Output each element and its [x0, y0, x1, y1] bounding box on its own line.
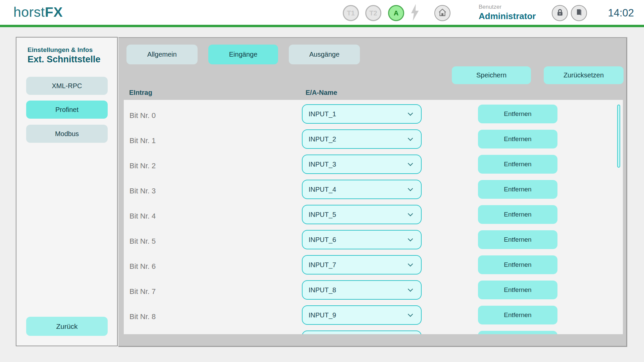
- tab-ausgaenge[interactable]: Ausgänge: [289, 45, 360, 64]
- sidebar-item-profinet-label: Profinet: [55, 106, 78, 114]
- row-entry-label: Bit Nr. 7: [129, 287, 156, 296]
- remove-button-label: Entfernen: [504, 286, 531, 294]
- io-name-value: INPUT_2: [309, 135, 336, 143]
- save-button[interactable]: Speichern: [452, 66, 531, 84]
- table-scrollbar-thumb[interactable]: [617, 105, 620, 168]
- lock-button[interactable]: [552, 5, 568, 21]
- table-row: Bit Nr. 1 INPUT_2 Entfernen: [124, 128, 623, 153]
- chevron-down-icon: [408, 211, 413, 217]
- io-name-select[interactable]: INPUT_5: [302, 205, 422, 224]
- io-name-value: INPUT_5: [309, 211, 336, 219]
- io-name-select[interactable]: INPUT_1: [302, 104, 422, 124]
- io-name-select[interactable]: INPUT_9: [302, 305, 422, 325]
- remove-button[interactable]: [478, 331, 557, 334]
- remove-button[interactable]: Entfernen: [478, 281, 557, 299]
- remove-button[interactable]: Entfernen: [478, 105, 557, 123]
- io-mapping-table: Bit Nr. 0 INPUT_1 Entfernen Bit Nr. 1 IN…: [124, 100, 623, 334]
- clock: 14:02: [608, 7, 634, 19]
- user-name: Administrator: [479, 11, 536, 21]
- table-row: Bit Nr. 3 INPUT_4 Entfernen: [124, 178, 623, 203]
- table-row: Bit Nr. 0 INPUT_1 Entfernen: [124, 103, 623, 128]
- manual-button[interactable]: [571, 5, 587, 21]
- mode-badge-t1[interactable]: T1: [343, 5, 359, 21]
- logo-prefix: horst: [13, 4, 45, 20]
- chevron-down-icon: [408, 111, 413, 116]
- row-entry-label: Bit Nr. 8: [129, 312, 156, 321]
- status-green-bar: [0, 25, 644, 27]
- io-name-value: INPUT_6: [309, 236, 336, 244]
- io-name-select[interactable]: INPUT_2: [302, 129, 422, 149]
- reset-button-label: Zurücksetzen: [564, 71, 604, 79]
- remove-button[interactable]: Entfernen: [478, 230, 557, 249]
- remove-button[interactable]: Entfernen: [478, 255, 557, 274]
- io-name-value: INPUT_3: [309, 161, 336, 168]
- back-button-label: Zurück: [56, 322, 77, 330]
- io-name-select[interactable]: INPUT_8: [302, 280, 422, 300]
- chevron-down-icon: [408, 261, 413, 267]
- user-label: Benutzer: [479, 4, 536, 10]
- horstfx-logo: horstFX: [13, 4, 63, 20]
- main-content-panel: Allgemein Eingänge Ausgänge Speichern Zu…: [118, 37, 627, 347]
- column-header-io-name: E/A-Name: [306, 89, 337, 97]
- remove-button[interactable]: Entfernen: [478, 180, 557, 199]
- back-button[interactable]: Zurück: [26, 317, 108, 336]
- remove-button[interactable]: Entfernen: [478, 130, 557, 148]
- remove-button-label: Entfernen: [504, 261, 531, 268]
- mode-badge-t2-label: T2: [369, 9, 377, 17]
- row-entry-label: Bit Nr. 5: [129, 237, 156, 246]
- logo-suffix: FX: [45, 4, 63, 20]
- io-name-select[interactable]: INPUT_7: [302, 255, 422, 275]
- sidebar-item-profinet[interactable]: Profinet: [26, 101, 108, 119]
- column-header-entry: EIntrag: [129, 89, 152, 97]
- table-row: Bit Nr. 8 INPUT_9 Entfernen: [124, 304, 623, 329]
- remove-button[interactable]: Entfernen: [478, 155, 557, 174]
- io-name-select[interactable]: INPUT_6: [302, 230, 422, 249]
- settings-sidebar: Einstellungen & Infos Ext. Schnittstelle…: [16, 37, 118, 346]
- tab-eingaenge[interactable]: Eingänge: [208, 45, 278, 64]
- io-name-value: INPUT_4: [309, 186, 336, 193]
- remove-button-label: Entfernen: [504, 186, 531, 193]
- table-row: Bit Nr. 4 INPUT_5 Entfernen: [124, 203, 623, 229]
- save-button-label: Speichern: [476, 71, 506, 79]
- tab-allgemein-label: Allgemein: [147, 51, 177, 58]
- table-row: Bit Nr. 5 INPUT_6 Entfernen: [124, 229, 623, 254]
- chevron-down-icon: [408, 136, 413, 141]
- remove-button-label: Entfernen: [504, 161, 531, 168]
- chevron-down-icon: [408, 161, 413, 166]
- remove-button-label: Entfernen: [504, 236, 531, 243]
- tab-ausgaenge-label: Ausgänge: [309, 51, 339, 58]
- row-entry-label: Bit Nr. 3: [129, 187, 156, 195]
- remove-button-label: Entfernen: [504, 135, 531, 143]
- io-name-value: INPUT_1: [309, 110, 336, 118]
- remove-button-label: Entfernen: [504, 211, 531, 218]
- remove-button-label: Entfernen: [504, 311, 531, 319]
- home-button[interactable]: [434, 5, 450, 21]
- chevron-down-icon: [408, 236, 413, 242]
- sidebar-section-label: Einstellungen & Infos: [28, 46, 93, 54]
- io-name-select[interactable]: INPUT_4: [302, 180, 422, 199]
- mode-badge-t2[interactable]: T2: [365, 5, 381, 21]
- remove-button[interactable]: Entfernen: [478, 306, 557, 324]
- sidebar-item-modbus[interactable]: Modbus: [26, 125, 108, 143]
- chevron-down-icon: [408, 186, 413, 191]
- lock-icon: [555, 8, 565, 18]
- mode-badge-automatic[interactable]: A: [388, 5, 404, 21]
- io-name-value: INPUT_8: [309, 286, 336, 294]
- sidebar-item-modbus-label: Modbus: [55, 130, 79, 138]
- reset-button[interactable]: Zurücksetzen: [544, 66, 624, 84]
- home-icon: [438, 8, 447, 18]
- top-bar: horstFX T1 T2 A Benutzer Administrator: [0, 0, 644, 25]
- io-name-select[interactable]: [302, 330, 422, 334]
- table-row: Bit Nr. 7 INPUT_8 Entfernen: [124, 279, 623, 304]
- sidebar-item-xml-rpc[interactable]: XML-RPC: [26, 77, 108, 95]
- lightning-icon[interactable]: [410, 4, 420, 22]
- row-entry-label: Bit Nr. 6: [129, 262, 156, 271]
- user-info: Benutzer Administrator: [479, 4, 536, 21]
- row-entry-label: Bit Nr. 1: [129, 136, 156, 145]
- remove-button[interactable]: Entfernen: [478, 205, 557, 224]
- io-name-select[interactable]: INPUT_3: [302, 155, 422, 174]
- tab-eingaenge-label: Eingänge: [229, 51, 258, 58]
- sidebar-page-title: Ext. Schnittstelle: [28, 54, 101, 65]
- tab-allgemein[interactable]: Allgemein: [126, 45, 198, 64]
- mode-badge-automatic-label: A: [394, 9, 398, 17]
